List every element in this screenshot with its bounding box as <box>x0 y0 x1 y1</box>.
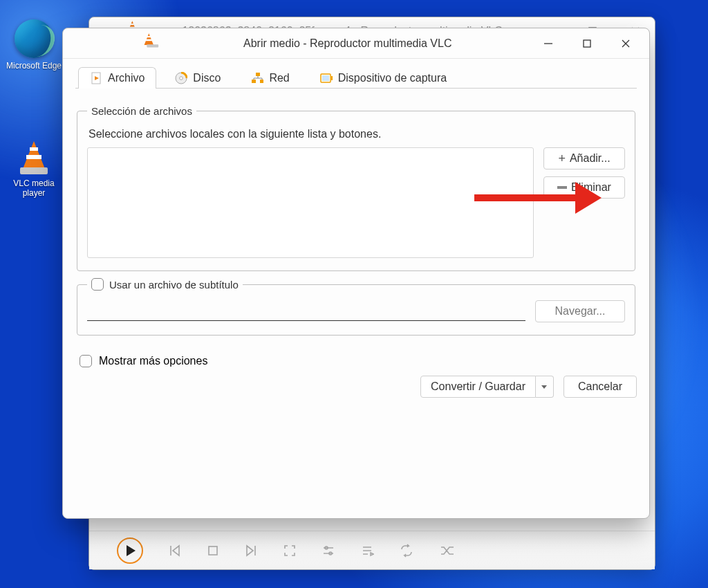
add-button[interactable]: + Añadir... <box>543 147 625 169</box>
minimize-button[interactable] <box>529 30 568 57</box>
convert-save-dropdown[interactable] <box>536 376 554 398</box>
capture-icon <box>320 72 333 84</box>
tab-label: Disco <box>193 72 221 84</box>
desktop-icon-vlc[interactable]: VLC media player <box>4 137 64 198</box>
svg-rect-19 <box>322 75 329 81</box>
subtitle-group: Usar un archivo de subtítulo Navegar... <box>77 278 635 336</box>
player-controls <box>89 531 655 569</box>
file-selection-instruction: Seleccione archivos locales con la sigui… <box>88 128 625 140</box>
tab-label: Red <box>269 72 289 84</box>
svg-marker-21 <box>541 385 547 389</box>
cancel-button-label: Cancelar <box>578 380 622 393</box>
convert-save-label: Convertir / Guardar <box>431 380 525 393</box>
open-media-dialog: Abrir medio - Reproductor multimedia VLC… <box>62 28 650 519</box>
svg-rect-15 <box>256 73 260 76</box>
network-icon <box>251 72 263 84</box>
vlc-cone-icon <box>15 137 53 176</box>
desktop-icon-label: VLC media player <box>4 178 64 198</box>
subtitle-path-input[interactable] <box>87 302 525 321</box>
edge-icon <box>15 19 53 58</box>
playlist-button[interactable] <box>360 544 374 558</box>
tab-capture[interactable]: Dispositivo de captura <box>308 67 458 89</box>
svg-point-14 <box>180 77 183 80</box>
more-options-label: Mostrar más opciones <box>99 355 207 367</box>
browse-button-label: Navegar... <box>555 305 606 318</box>
file-list[interactable] <box>87 147 534 258</box>
loop-button[interactable] <box>399 544 414 558</box>
close-button[interactable] <box>606 30 645 57</box>
svg-rect-17 <box>260 80 263 83</box>
shuffle-button[interactable] <box>439 544 454 558</box>
desktop: Microsoft Edge VLC media player 12036863… <box>0 0 708 588</box>
vlc-cone-icon <box>145 39 153 48</box>
svg-rect-20 <box>331 76 333 80</box>
maximize-button[interactable] <box>568 30 606 57</box>
remove-button[interactable]: Eliminar <box>543 176 625 199</box>
desktop-icon-edge[interactable]: Microsoft Edge <box>4 19 64 71</box>
previous-button[interactable] <box>168 544 182 558</box>
remove-button-label: Eliminar <box>571 181 611 194</box>
subtitle-legend: Usar un archivo de subtítulo <box>109 279 239 291</box>
cancel-button[interactable]: Cancelar <box>563 376 637 398</box>
svg-rect-4 <box>209 546 217 555</box>
disc-icon <box>175 72 187 84</box>
tab-network[interactable]: Red <box>239 67 301 89</box>
convert-save-button[interactable]: Convertir / Guardar <box>420 376 536 398</box>
plus-icon: + <box>558 152 566 165</box>
more-options-checkbox[interactable] <box>80 355 92 367</box>
play-button[interactable] <box>117 538 143 564</box>
play-icon <box>127 545 136 556</box>
tab-label: Archivo <box>108 72 145 84</box>
file-icon <box>90 72 102 84</box>
settings-button[interactable] <box>322 544 335 558</box>
chevron-down-icon <box>541 383 548 390</box>
dialog-title: Abrir medio - Reproductor multimedia VLC <box>243 37 451 50</box>
fullscreen-button[interactable] <box>283 544 297 558</box>
file-selection-legend: Selección de archivos <box>87 105 196 117</box>
convert-save-splitbutton: Convertir / Guardar <box>420 376 554 398</box>
tab-label: Dispositivo de captura <box>338 72 447 84</box>
svg-rect-8 <box>584 40 590 47</box>
browse-button[interactable]: Navegar... <box>535 300 625 322</box>
subtitle-checkbox[interactable] <box>91 278 104 291</box>
tab-file[interactable]: Archivo <box>78 67 156 89</box>
next-button[interactable] <box>244 544 258 558</box>
stop-button[interactable] <box>207 544 219 557</box>
svg-rect-16 <box>252 80 256 83</box>
tab-disc[interactable]: Disco <box>163 67 232 89</box>
minus-icon <box>557 186 567 189</box>
add-button-label: Añadir... <box>570 152 611 165</box>
desktop-icon-label: Microsoft Edge <box>4 61 64 71</box>
tabs: Archivo Disco Red Dispositivo de captura <box>75 67 637 89</box>
dialog-titlebar[interactable]: Abrir medio - Reproductor multimedia VLC <box>63 28 649 59</box>
file-selection-group: Selección de archivos Seleccione archivo… <box>77 105 635 271</box>
